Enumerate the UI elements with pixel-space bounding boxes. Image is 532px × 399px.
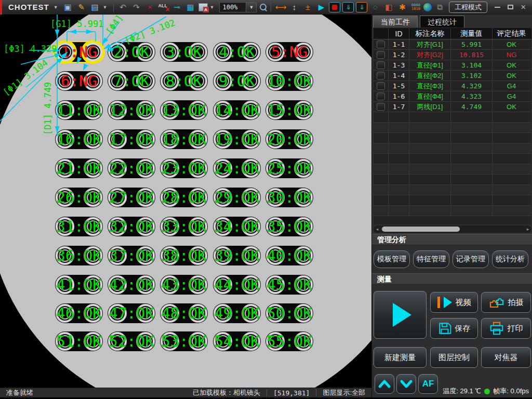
column-header[interactable]: 测量值 xyxy=(451,28,493,39)
inspection-target[interactable]: 55:OK xyxy=(265,331,313,351)
zoom-value[interactable]: 100% xyxy=(219,2,246,12)
inspection-target[interactable]: 24:OK xyxy=(213,158,261,178)
scrollbar-thumb[interactable] xyxy=(382,227,460,232)
scroll-right-icon[interactable]: ▸ xyxy=(524,227,531,232)
inspection-target[interactable]: 5:NG xyxy=(265,42,313,62)
save-icon[interactable]: ▣ xyxy=(62,2,74,13)
table-row[interactable]: 1-3直径[Φ1]3.104OK xyxy=(374,60,531,71)
capture-button[interactable]: 拍摄 xyxy=(481,292,531,313)
inspection-target[interactable]: 12:OK xyxy=(108,100,155,120)
table-row[interactable]: 1-4直径[Φ2]3.102OK xyxy=(374,71,531,81)
inspection-target[interactable]: 10:OK xyxy=(265,71,313,91)
inspection-target[interactable]: 4:OK xyxy=(213,42,261,62)
inspection-target[interactable]: 45:OK xyxy=(265,275,313,295)
manage-button[interactable]: 记录管理 xyxy=(453,250,489,268)
inspection-target[interactable]: 31:OK xyxy=(55,217,103,236)
undo-icon[interactable]: ↶ xyxy=(117,2,129,13)
inspection-target[interactable]: 30:OK xyxy=(265,188,313,207)
gear-icon[interactable]: ✱ xyxy=(396,2,408,13)
close-button[interactable]: × xyxy=(521,3,526,11)
dimension-annotation[interactable]: [D1] 4.749 xyxy=(43,82,53,135)
inspection-target[interactable]: 17:OK xyxy=(108,129,155,149)
inspection-target[interactable]: 21:OK xyxy=(55,158,103,178)
chevron-down-icon[interactable]: ▼ xyxy=(54,5,60,10)
row-checkbox[interactable] xyxy=(377,82,385,90)
scroll-left-icon[interactable]: ◂ xyxy=(374,227,381,232)
inspection-target[interactable]: 35:OK xyxy=(265,217,313,236)
region-height-icon[interactable]: ↕ xyxy=(288,2,300,13)
table-row[interactable]: 1-2对齐[G2]10.815NG xyxy=(374,50,531,60)
zoom-dropdown-icon[interactable]: ▼ xyxy=(246,2,257,12)
inspection-target[interactable]: 34:OK xyxy=(213,217,261,236)
row-checkbox[interactable] xyxy=(377,51,385,59)
manage-button[interactable]: 模板管理 xyxy=(374,250,410,268)
light-adjust-icon[interactable]: ± xyxy=(302,2,313,13)
clipboard-icon[interactable]: ⧉ xyxy=(434,2,445,13)
inspection-target[interactable]: 37:OK xyxy=(108,246,155,265)
inspection-target[interactable]: 26:OK xyxy=(55,188,103,207)
inspection-target[interactable]: 33:OK xyxy=(160,217,208,236)
image-label-icon[interactable]: A xyxy=(198,3,208,11)
stage-down-button[interactable] xyxy=(396,374,416,394)
run-measure-button[interactable] xyxy=(374,291,427,339)
inspection-target[interactable]: 20:OK xyxy=(265,129,313,149)
video-button[interactable]: 视频 xyxy=(430,292,478,313)
inspection-target[interactable]: 27:OK xyxy=(108,188,155,207)
inspection-target[interactable]: 1:NG xyxy=(55,42,103,62)
tab-current-workpiece[interactable]: 当前工件 xyxy=(373,16,418,28)
dimension-annotation[interactable]: [Φ3] 4.329 xyxy=(4,44,57,54)
inspection-target[interactable]: 48:OK xyxy=(160,303,208,323)
column-header[interactable]: 评定结果 xyxy=(493,28,530,39)
column-header[interactable]: 标注名称 xyxy=(409,28,451,39)
minimize-button[interactable] xyxy=(495,7,500,8)
panel-button[interactable]: 新建测量 xyxy=(374,347,427,368)
chevron-down-icon[interactable]: ▼ xyxy=(210,5,217,10)
row-checkbox[interactable] xyxy=(377,41,385,48)
print-button[interactable]: 打印 xyxy=(481,318,531,339)
inspection-target[interactable]: 49:OK xyxy=(213,303,261,323)
row-checkbox[interactable] xyxy=(377,61,385,69)
run-icon[interactable]: ▶ xyxy=(315,2,327,13)
inspection-target[interactable]: 40:OK xyxy=(265,246,313,265)
inspection-target[interactable]: 3:OK xyxy=(160,42,208,62)
inspection-target[interactable]: 23:OK xyxy=(160,158,208,178)
delete-icon[interactable]: × xyxy=(144,2,156,13)
inspection-target[interactable]: 44:OK xyxy=(213,275,261,295)
cube-3d-icon[interactable]: ◧ xyxy=(383,2,394,13)
inspection-target[interactable]: 46:OK xyxy=(55,303,103,323)
chevron-down-icon[interactable]: ▼ xyxy=(103,5,110,10)
inspection-target[interactable]: 13:OK xyxy=(160,100,208,120)
panel-button[interactable]: 图层控制 xyxy=(430,347,478,368)
measurement-canvas[interactable]: 1:NG2:OK3:OK4:OK5:NG6:NG7:OK8:OK9:OK10:O… xyxy=(0,15,371,388)
print-icon[interactable]: ▤ xyxy=(89,2,101,13)
inspection-target[interactable]: 25:OK xyxy=(265,158,313,178)
inspection-target[interactable]: 47:OK xyxy=(108,303,155,323)
inspection-target[interactable]: 41:OK xyxy=(55,275,103,295)
inspection-target[interactable]: 8:OK xyxy=(160,71,208,91)
inspection-target[interactable]: 2:OK xyxy=(108,42,155,62)
inspection-target[interactable]: 54:OK xyxy=(213,331,261,351)
table-row[interactable]: 1-5直径[Φ3]4.329G4 xyxy=(374,81,531,91)
inspection-target[interactable]: 11:OK xyxy=(55,100,103,120)
preview-magnifier-icon[interactable] xyxy=(260,4,267,11)
array-grid-icon[interactable]: ▦ xyxy=(185,2,196,13)
app-logo[interactable]: CHOTEST xyxy=(4,3,51,11)
link-points-icon[interactable]: ⊸ xyxy=(171,2,183,13)
table-scrollbar[interactable]: ◂ ▸ xyxy=(374,225,531,233)
engineering-mode-button[interactable]: 工程模式 xyxy=(449,2,487,13)
row-checkbox[interactable] xyxy=(377,103,385,111)
manage-button[interactable]: 统计分析 xyxy=(492,250,528,268)
dimension-annotation[interactable]: [G1] 5.991 xyxy=(50,19,103,29)
inspection-target[interactable]: 6:NG xyxy=(55,71,103,91)
column-header[interactable]: ID xyxy=(389,28,409,39)
inspection-target[interactable]: 18:OK xyxy=(160,129,208,149)
maximize-button[interactable] xyxy=(508,5,513,9)
binary-icon[interactable]: 00001010 xyxy=(410,4,421,11)
inspection-target[interactable]: 9:OK xyxy=(213,71,261,91)
delete-all-icon[interactable]: ALL× xyxy=(158,2,169,12)
tab-process-statistics[interactable]: 过程统计 xyxy=(420,16,464,28)
inspection-target[interactable]: 29:OK xyxy=(213,188,261,207)
inspection-target[interactable]: 7:OK xyxy=(108,71,155,91)
edit-report-icon[interactable]: ✎ xyxy=(76,2,87,13)
inspection-target[interactable]: 16:OK xyxy=(55,129,103,149)
